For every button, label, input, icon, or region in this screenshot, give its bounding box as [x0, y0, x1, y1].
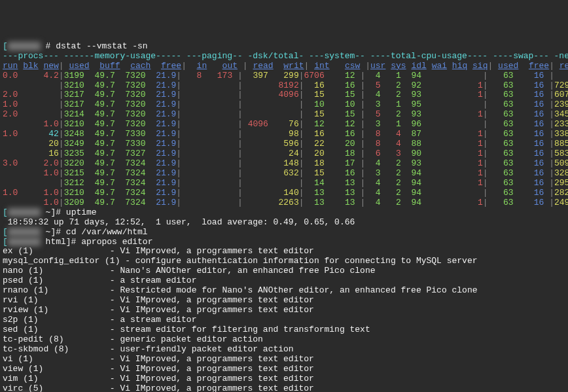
- cmd-apropos: apropos editor: [81, 237, 152, 247]
- dstat-row: |3210 49.7 7320 21.9| | 8192| 16 16 | 5 …: [3, 80, 568, 90]
- cmd-cd: cd /var/www/html: [66, 227, 148, 237]
- dstat-row: 16|3235 49.7 7327 21.9| | 24| 20 18 | 6 …: [3, 149, 568, 158]
- dstat-row: 20|3249 49.7 7330 21.9| | 596| 22 20 | 8…: [3, 139, 568, 149]
- apropos-line: rnano (1) - Restricted mode for Nano's A…: [3, 285, 478, 295]
- apropos-line: vim (1) - Vi IMproved, a programmers tex…: [3, 374, 314, 383]
- dstat-row: 2.0 |3214 49.7 7320 21.9| | | 15 15 | 5 …: [3, 109, 568, 119]
- dstat-row: 1.0|3210 49.7 7320 21.9| | 4096 76| 12 1…: [3, 119, 568, 129]
- apropos-line: tc-pedit (8) - generic packet editor act…: [3, 334, 263, 344]
- dstat-row: 1.0|3209 49.7 7324 21.9| | 2263| 13 13 |…: [3, 198, 568, 207]
- dstat-row: 1.0 1.0|3210 49.7 7324 21.9| | 140| 13 1…: [3, 188, 568, 198]
- terminal-output[interactable]: [ # dstat --vmstat -sn ---procs--- -----…: [3, 42, 565, 392]
- dstat-row: 1.0 42|3248 49.7 7330 21.9| | 98| 16 16 …: [3, 129, 568, 139]
- apropos-line: ex (1) - Vi IMproved, a programmers text…: [3, 246, 314, 256]
- dstat-row: 1.0|3215 49.7 7324 21.9| | 632| 15 16 | …: [3, 168, 568, 178]
- dstat-row: 1.0 |3217 49.7 7320 21.9| | | 10 10 | 3 …: [3, 99, 568, 109]
- apropos-line: s2p (1) - a stream editor: [3, 315, 196, 325]
- dstat-row: 2.0 |3217 49.7 7320 21.9| | 4096| 15 15 …: [3, 90, 568, 99]
- apropos-line: nano (1) - Nano's ANOther editor, an enh…: [3, 266, 376, 276]
- apropos-line: virc (5) - Vi IMproved, a programmers te…: [3, 383, 314, 392]
- apropos-line: psed (1) - a stream editor: [3, 276, 196, 285]
- dstat-header-groups: ---procs--- ------memory-usage----- ---p…: [3, 51, 568, 61]
- hostname-blur: [8, 42, 41, 50]
- apropos-line: tc-skbmod (8) - user-friendly packet edi…: [3, 344, 294, 354]
- apropos-line: sed (1) - stream editor for filtering an…: [3, 325, 370, 334]
- hostname-blur: [8, 208, 41, 217]
- apropos-line: rvi (1) - Vi IMproved, a programmers tex…: [3, 295, 314, 305]
- apropos-line: rview (1) - Vi IMproved, a programmers t…: [3, 305, 314, 315]
- apropos-line: vi (1) - Vi IMproved, a programmers text…: [3, 354, 314, 364]
- apropos-line: view (1) - Vi IMproved, a programmers te…: [3, 364, 314, 374]
- uptime-output: 18:59:32 up 71 days, 12:52, 1 user, load…: [3, 217, 355, 227]
- dstat-row: 3.0 2.0|3220 49.7 7324 21.9| | 148| 18 1…: [3, 158, 568, 168]
- apropos-line: mysql_config_editor (1) - configure auth…: [3, 256, 478, 266]
- hostname-blur: [8, 228, 41, 236]
- dstat-row: |3212 49.7 7324 21.9| | | 14 13 | 4 2 94…: [3, 178, 568, 188]
- dstat-row: 0.0 4.2|3199 49.7 7320 21.9| 8 173 | 397…: [3, 71, 568, 80]
- dstat-columns: run: [3, 61, 18, 71]
- hostname-blur: [8, 238, 41, 246]
- cmd-uptime: uptime: [66, 207, 97, 217]
